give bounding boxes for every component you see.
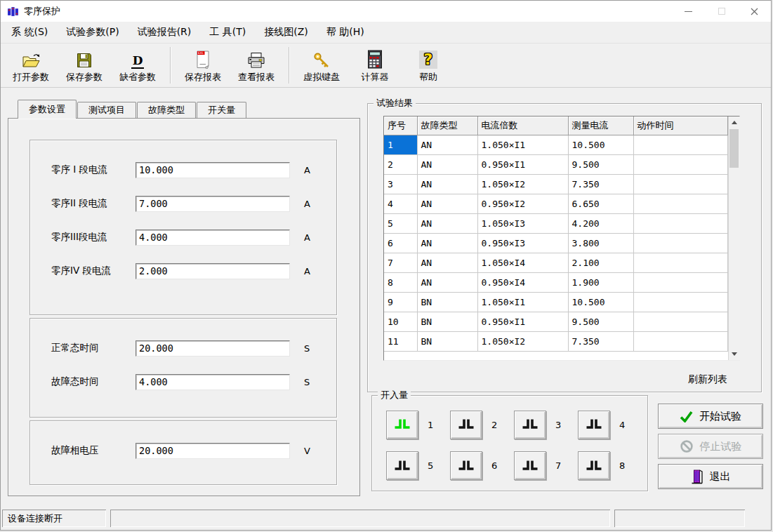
result-cell[interactable] [633,194,727,213]
result-cell[interactable]: 1.900 [568,272,633,292]
result-cell[interactable]: 7.350 [568,174,633,194]
switch-button-1[interactable] [386,411,418,439]
scroll-down-button[interactable] [728,348,740,360]
result-cell[interactable]: BN [417,292,477,312]
table-row[interactable]: 4AN0.950×I26.650 [384,194,727,213]
table-row[interactable]: 11BN1.050×I27.350 [384,331,727,351]
start-test-button[interactable]: 开始试验 [658,404,763,429]
result-cell[interactable] [633,253,727,272]
result-cell[interactable]: 0.950×I4 [477,272,568,292]
menu-test-params[interactable]: 试验参数(P) [57,26,128,39]
zero-seq-1-current-input[interactable] [136,162,290,178]
result-cell[interactable]: 10 [384,312,417,331]
table-row[interactable]: 6AN0.950×I33.800 [384,233,727,253]
result-cell[interactable]: 10.500 [568,135,633,154]
fault-state-time-input[interactable] [136,374,290,390]
scrollbar-track[interactable] [728,117,740,360]
default-params-button[interactable]: D 缺省参数 [111,45,164,86]
result-cell[interactable]: AN [417,174,477,194]
result-cell[interactable]: 9 [384,292,417,312]
tab-test-items[interactable]: 测试项目 [77,102,136,118]
result-cell[interactable] [633,292,727,312]
result-cell[interactable]: BN [417,312,477,331]
switch-button-4[interactable] [578,411,610,439]
column-header[interactable]: 故障类型 [417,117,477,135]
table-row[interactable]: 9BN1.050×I110.500 [384,292,727,312]
save-params-button[interactable]: 保存参数 [58,45,111,86]
result-cell[interactable]: AN [417,154,477,174]
menu-system[interactable]: 系 统(S) [2,26,57,39]
result-cell[interactable]: AN [417,194,477,213]
result-cell[interactable]: AN [417,213,477,233]
menu-tools[interactable]: 工 具(T) [200,26,255,39]
result-cell[interactable]: 6.650 [568,194,633,213]
result-cell[interactable]: 2 [384,154,417,174]
table-row[interactable]: 1AN1.050×I110.500 [384,135,727,154]
stop-test-button[interactable]: 停止试验 [658,434,763,459]
save-report-button[interactable]: EXL 保存报表 [176,45,230,86]
menu-wiring-diagram[interactable]: 接线图(Z) [255,26,317,39]
zero-seq-4-current-input[interactable] [136,263,290,279]
fault-phase-voltage-input[interactable] [136,443,290,459]
close-button[interactable] [738,1,771,22]
result-cell[interactable]: 1.050×I1 [477,292,568,312]
result-cell[interactable]: 11 [384,331,417,351]
result-cell[interactable]: BN [417,331,477,351]
result-cell[interactable]: 1.050×I1 [477,135,568,154]
column-header[interactable]: 电流倍数 [477,117,568,135]
result-cell[interactable]: 7.350 [568,331,633,351]
maximize-button[interactable] [705,1,738,22]
result-cell[interactable]: 1 [384,135,417,154]
scroll-thumb[interactable] [729,129,739,168]
result-cell[interactable]: 4.200 [568,213,633,233]
column-header[interactable]: 测量电流 [568,117,633,135]
zero-seq-2-current-input[interactable] [136,196,290,212]
help-button[interactable]: ? 帮助 [402,45,455,86]
table-row[interactable]: 2AN0.950×I19.500 [384,154,727,174]
result-cell[interactable] [633,233,727,253]
result-cell[interactable]: 3.800 [568,233,633,253]
table-row[interactable]: 7AN1.050×I42.100 [384,253,727,272]
result-cell[interactable]: 3 [384,174,417,194]
result-cell[interactable]: 7 [384,253,417,272]
result-cell[interactable]: 0.950×I3 [477,233,568,253]
result-cell[interactable]: 9.500 [568,154,633,174]
menu-test-report[interactable]: 试验报告(R) [128,26,201,39]
tab-switch-quantity[interactable]: 开关量 [197,102,246,118]
column-header[interactable]: 动作时间 [633,117,727,135]
result-cell[interactable]: 6 [384,233,417,253]
virtual-keyboard-button[interactable]: 虚拟键盘 [295,45,348,86]
switch-button-6[interactable] [450,451,482,480]
switch-button-7[interactable] [514,451,546,480]
result-cell[interactable]: AN [417,135,477,154]
switch-button-3[interactable] [514,411,546,439]
open-params-button[interactable]: 打开参数 [4,45,58,86]
switch-button-2[interactable] [450,411,482,439]
result-cell[interactable] [633,312,727,331]
result-cell[interactable] [633,213,727,233]
result-cell[interactable]: 1.050×I4 [477,253,568,272]
tab-param-settings[interactable]: 参数设置 [18,100,77,119]
result-cell[interactable]: 0.950×I2 [477,194,568,213]
result-cell[interactable]: 4 [384,194,417,213]
zero-seq-3-current-input[interactable] [136,230,290,246]
result-cell[interactable]: 9.500 [568,312,633,331]
result-cell[interactable] [633,154,727,174]
result-cell[interactable]: 1.050×I3 [477,213,568,233]
result-cell[interactable]: AN [417,233,477,253]
switch-button-8[interactable] [578,451,610,480]
result-cell[interactable] [633,174,727,194]
view-report-button[interactable]: 查看报表 [230,45,283,86]
table-row[interactable]: 5AN1.050×I34.200 [384,213,727,233]
column-header[interactable]: 序号 [384,117,417,135]
menu-help[interactable]: 帮 助(H) [317,26,374,39]
switch-button-5[interactable] [386,451,418,480]
result-cell[interactable]: 1.050×I2 [477,331,568,351]
minimize-button[interactable] [672,1,705,22]
tab-fault-types[interactable]: 故障类型 [137,102,196,118]
result-cell[interactable] [633,135,727,154]
result-cell[interactable]: 0.950×I1 [477,154,568,174]
result-cell[interactable]: 5 [384,213,417,233]
result-cell[interactable] [633,331,727,351]
result-cell[interactable]: 1.050×I2 [477,174,568,194]
